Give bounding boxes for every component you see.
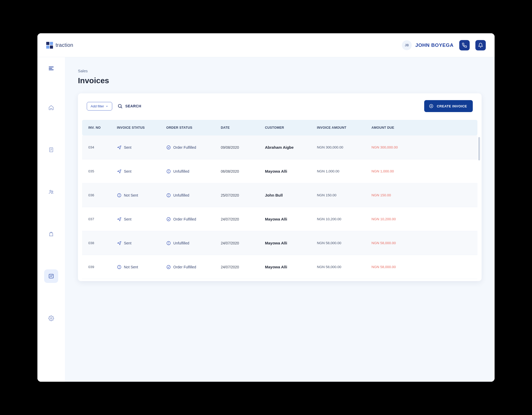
cell-invoice-status: Sent [117,241,166,245]
svg-point-10 [50,317,52,319]
invoice-status-label: Sent [124,169,131,173]
check-circle-icon [166,145,171,150]
table-row[interactable]: 038 Sent Unfulfilled 24/07/2020 Mayowa A… [82,231,477,255]
toolbar-left: Add filter SEARCH [87,102,141,111]
chevron-down-icon [105,105,108,108]
svg-point-7 [50,190,51,192]
alert-circle-icon [117,265,122,269]
sidebar-item-orders[interactable] [44,227,58,241]
svg-point-8 [52,191,53,192]
breadcrumb: Sales [78,69,482,73]
cell-date: 09/08/2020 [221,145,265,150]
home-icon [48,105,54,111]
check-circle-icon [166,217,171,222]
invoices-table: INV. NO INVOICE STATUS ORDER STATUS DATE… [78,120,482,279]
add-filter-button[interactable]: Add filter [87,102,112,111]
gear-icon [48,315,54,321]
search-button[interactable]: SEARCH [117,103,141,109]
phone-icon [462,43,467,48]
cell-invoice-amount: NGN 300,000.00 [317,145,371,149]
sidebar-item-analytics[interactable] [44,269,58,283]
notifications-button[interactable] [475,40,486,50]
cell-order-status: Unfulfilled [166,241,221,245]
cell-customer: John Bull [265,193,317,197]
paper-plane-icon [117,217,122,222]
order-status-label: Order Fulfilled [173,265,196,269]
phone-button[interactable] [459,40,470,50]
cell-customer: Mayowa Alli [265,169,317,173]
main-content: Sales Invoices Add filter SEARCH [65,57,495,382]
search-icon [117,103,123,109]
menu-toggle-button[interactable] [48,66,55,85]
app-header: traction JB JOHN BOYEGA [37,33,495,57]
sidebar-item-documents[interactable] [44,143,58,157]
cell-invoice-status: Not Sent [117,265,166,269]
plus-circle-icon [429,104,434,108]
search-label: SEARCH [125,104,141,108]
create-invoice-label: CREATE INVOICE [437,104,467,108]
svg-line-12 [121,107,122,108]
cell-order-status: Unfulfilled [166,169,221,174]
cell-order-status: Order Fulfilled [166,265,221,269]
cell-invoice-amount: NGN 150.00 [317,193,371,197]
paper-plane-icon [117,169,122,174]
paper-plane-icon [117,145,122,150]
cell-invoice-status: Not Sent [117,193,166,198]
chart-icon [48,273,54,279]
cell-inv-no: 038 [88,241,117,245]
cell-invoice-status: Sent [117,217,166,222]
brand-logo-icon [46,42,53,49]
cell-amount-due: NGN 300,000.00 [371,145,423,149]
user-badge[interactable]: JB JOHN BOYEGA [402,40,454,50]
order-status-label: Order Fulfilled [173,217,196,221]
cell-date: 25/07/2020 [221,193,265,197]
sidebar-item-customers[interactable] [44,185,58,199]
cell-amount-due: NGN 58,000.00 [371,241,423,245]
cell-order-status: Order Fulfilled [166,217,221,222]
cell-customer: Abraham Aigbe [265,145,317,150]
sidebar-item-settings[interactable] [44,312,58,325]
app-window: traction JB JOHN BOYEGA [37,33,495,382]
page-title: Invoices [78,76,482,85]
cell-invoice-amount: NGN 10,200.00 [317,217,371,221]
invoice-status-label: Sent [124,217,131,221]
cell-order-status: Unfulfilled [166,193,221,198]
app-body: Sales Invoices Add filter SEARCH [37,57,495,382]
invoice-status-label: Sent [124,145,131,150]
table-row[interactable]: 039 Not Sent Order Fulfilled 24/07/2020 … [82,255,477,279]
cell-date: 24/07/2020 [221,241,265,245]
table-row[interactable]: 037 Sent Order Fulfilled 24/07/2020 Mayo… [82,207,477,231]
shopping-bag-icon [48,231,54,237]
order-status-label: Order Fulfilled [173,145,196,150]
alert-circle-icon [166,193,171,198]
cell-amount-due: NGN 58,000.00 [371,265,423,269]
table-row[interactable]: 036 Not Sent Unfulfilled 25/07/2020 John… [82,183,477,207]
table-row[interactable]: 035 Sent Unfulfilled 06/08/2020 Mayowa A… [82,159,477,183]
cell-date: 06/08/2020 [221,169,265,173]
check-circle-icon [166,265,171,269]
cell-invoice-status: Sent [117,169,166,174]
brand-name: traction [56,42,73,48]
table-row[interactable]: 034 Sent Order Fulfilled 09/08/2020 Abra… [82,135,477,159]
toolbar: Add filter SEARCH CREATE INVOICE [78,93,482,117]
sidebar [37,57,65,382]
sidebar-item-home[interactable] [44,101,58,114]
invoice-status-label: Sent [124,241,131,245]
brand: traction [46,42,73,49]
alert-circle-icon [117,193,122,198]
cell-inv-no: 036 [88,193,117,197]
cell-invoice-amount: NGN 58,000.00 [317,241,371,245]
cell-inv-no: 039 [88,265,117,269]
cell-invoice-amount: NGN 58,000.00 [317,265,371,269]
create-invoice-button[interactable]: CREATE INVOICE [424,100,473,112]
cell-inv-no: 034 [88,145,117,149]
hamburger-icon [48,66,55,71]
th-date: DATE [221,126,265,129]
invoices-card: Add filter SEARCH CREATE INVOICE [78,93,482,281]
scrollbar[interactable] [478,137,480,160]
paper-plane-icon [117,241,122,245]
alert-circle-icon [166,169,171,174]
invoice-status-label: Not Sent [124,265,138,269]
cell-amount-due: NGN 150.00 [371,193,423,197]
order-status-label: Unfulfilled [173,193,189,197]
